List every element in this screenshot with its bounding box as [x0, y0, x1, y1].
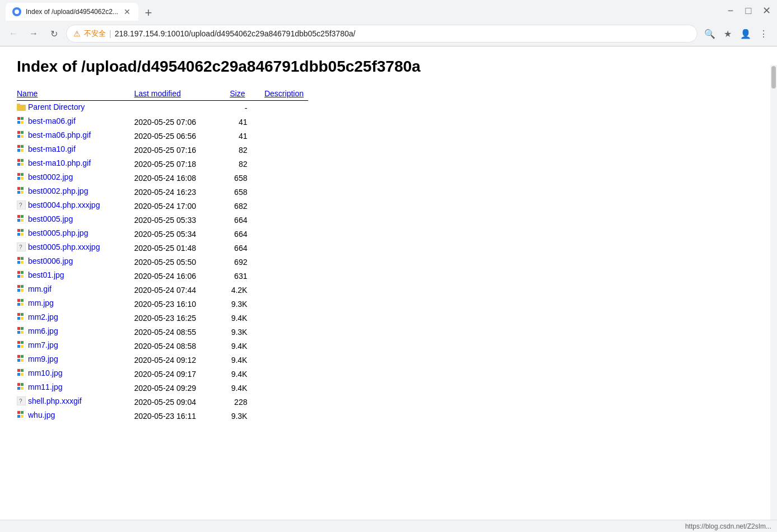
file-size-cell: 9.4K [223, 311, 249, 325]
file-desc-cell [249, 339, 308, 353]
file-link[interactable]: mm.gif [28, 284, 52, 293]
unknown-icon: ? [17, 396, 26, 405]
reload-button[interactable]: ↻ [46, 26, 62, 41]
file-link[interactable]: best0002.jpg [28, 172, 73, 181]
col-size-header[interactable]: Size [223, 87, 249, 101]
back-button[interactable]: ← [6, 26, 21, 41]
svg-rect-80 [21, 345, 24, 348]
col-name-header[interactable]: Name [17, 87, 134, 101]
forward-button[interactable]: → [26, 26, 41, 41]
profile-icon[interactable]: 👤 [738, 26, 753, 41]
table-row: whu.jpg 2020-05-23 16:11 9.3K [17, 409, 308, 423]
file-name-cell: ? best0004.php.xxxjpg [17, 199, 134, 213]
svg-rect-69 [17, 317, 20, 320]
file-link[interactable]: best01.jpg [28, 270, 64, 279]
file-desc-cell [249, 297, 308, 311]
file-link[interactable]: shell.php.xxxgif [28, 396, 82, 405]
file-desc-cell [249, 381, 308, 395]
parent-dir-cell: Parent Directory [17, 101, 134, 115]
file-link[interactable]: mm7.jpg [28, 340, 58, 349]
file-desc-cell [249, 241, 308, 255]
file-link[interactable]: best0005.jpg [28, 214, 73, 223]
file-modified-cell: 2020-05-25 09:04 [134, 395, 224, 409]
file-modified-cell: 2020-05-25 06:56 [134, 129, 224, 143]
file-link[interactable]: mm9.jpg [28, 354, 58, 363]
file-link[interactable]: best-ma10.php.gif [28, 158, 91, 167]
file-link[interactable]: mm6.jpg [28, 326, 58, 335]
col-desc-header[interactable]: Description [249, 87, 308, 101]
scrollbar[interactable] [770, 65, 777, 494]
file-link[interactable]: best-ma06.php.gif [28, 130, 91, 139]
svg-rect-16 [21, 149, 24, 152]
table-row: best0005.jpg 2020-05-25 05:33 664 [17, 213, 308, 227]
svg-rect-36 [21, 215, 24, 218]
table-row: best0002.jpg 2020-05-24 16:08 658 [17, 171, 308, 185]
minimize-button[interactable]: − [725, 6, 736, 16]
menu-icon[interactable]: ⋮ [756, 26, 771, 41]
file-modified-cell: 2020-05-24 08:55 [134, 325, 224, 339]
url-bar[interactable]: ⚠ 不安全 | 218.197.154.9:10010/upload/d4954… [66, 25, 697, 43]
bookmark-icon[interactable]: ★ [720, 26, 736, 41]
svg-rect-62 [17, 299, 20, 302]
svg-rect-75 [21, 331, 24, 334]
file-name-cell: ? shell.php.xxxgif [17, 395, 134, 409]
file-size-cell: 9.3K [223, 409, 249, 423]
file-link[interactable]: best0005.php.xxxjpg [28, 242, 100, 251]
file-link[interactable]: best-ma10.gif [28, 144, 76, 153]
file-link[interactable]: mm.jpg [28, 298, 54, 307]
file-desc-cell [249, 311, 308, 325]
file-link[interactable]: best0005.php.jpg [28, 228, 88, 237]
table-row: best-ma06.php.gif 2020-05-25 06:56 41 [17, 129, 308, 143]
svg-rect-13 [17, 145, 20, 148]
svg-rect-20 [17, 163, 20, 166]
image-icon [17, 214, 26, 223]
file-name-cell: best01.jpg [17, 269, 134, 283]
new-tab-button[interactable]: + [141, 5, 156, 21]
file-link[interactable]: mm2.jpg [28, 312, 58, 321]
parent-desc-cell [249, 101, 308, 115]
file-link[interactable]: mm10.jpg [28, 368, 62, 377]
security-icon: ⚠ [73, 29, 81, 38]
table-row: mm.gif 2020-05-24 07:44 4.2K [17, 283, 308, 297]
image-icon [17, 144, 26, 153]
file-link[interactable]: best0006.jpg [28, 256, 73, 265]
svg-rect-43 [21, 233, 24, 236]
file-name-cell: best0005.php.jpg [17, 227, 134, 241]
unknown-icon: ? [17, 242, 26, 251]
svg-rect-54 [17, 275, 20, 278]
search-icon[interactable]: 🔍 [702, 26, 718, 41]
svg-rect-1 [17, 104, 20, 106]
svg-rect-100 [21, 411, 24, 414]
svg-rect-93 [21, 383, 24, 386]
file-modified-cell: 2020-05-24 09:17 [134, 367, 224, 381]
toolbar-icons: 🔍 ★ 👤 ⋮ [702, 26, 771, 41]
svg-rect-78 [21, 341, 24, 344]
active-tab[interactable]: Index of /upload/d4954062c2... ✕ [6, 3, 138, 21]
close-button[interactable]: ✕ [761, 6, 771, 16]
svg-rect-60 [21, 289, 24, 292]
svg-rect-65 [21, 303, 24, 306]
svg-rect-88 [21, 369, 24, 372]
tab-close-button[interactable]: ✕ [123, 7, 132, 16]
maximize-button[interactable]: □ [743, 6, 753, 16]
parent-dir-link[interactable]: Parent Directory [28, 102, 85, 111]
table-row: ? best0004.php.xxxjpg 2020-05-24 17:00 6… [17, 199, 308, 213]
file-link[interactable]: best-ma06.gif [28, 116, 76, 125]
svg-rect-23 [17, 173, 20, 176]
file-link[interactable]: mm11.jpg [28, 382, 62, 391]
image-icon [17, 270, 26, 279]
file-size-cell: 692 [223, 255, 249, 269]
file-size-cell: 664 [223, 241, 249, 255]
file-modified-cell: 2020-05-25 07:18 [134, 157, 224, 171]
col-modified-header[interactable]: Last modified [134, 87, 224, 101]
file-size-cell: 631 [223, 269, 249, 283]
scrollbar-thumb[interactable] [771, 66, 776, 88]
file-desc-cell [249, 213, 308, 227]
svg-rect-87 [17, 369, 20, 372]
file-size-cell: 664 [223, 227, 249, 241]
file-name-cell: whu.jpg [17, 409, 134, 423]
file-size-cell: 682 [223, 199, 249, 213]
file-link[interactable]: whu.jpg [28, 410, 55, 419]
file-link[interactable]: best0004.php.xxxjpg [28, 200, 100, 209]
file-link[interactable]: best0002.php.jpg [28, 186, 88, 195]
